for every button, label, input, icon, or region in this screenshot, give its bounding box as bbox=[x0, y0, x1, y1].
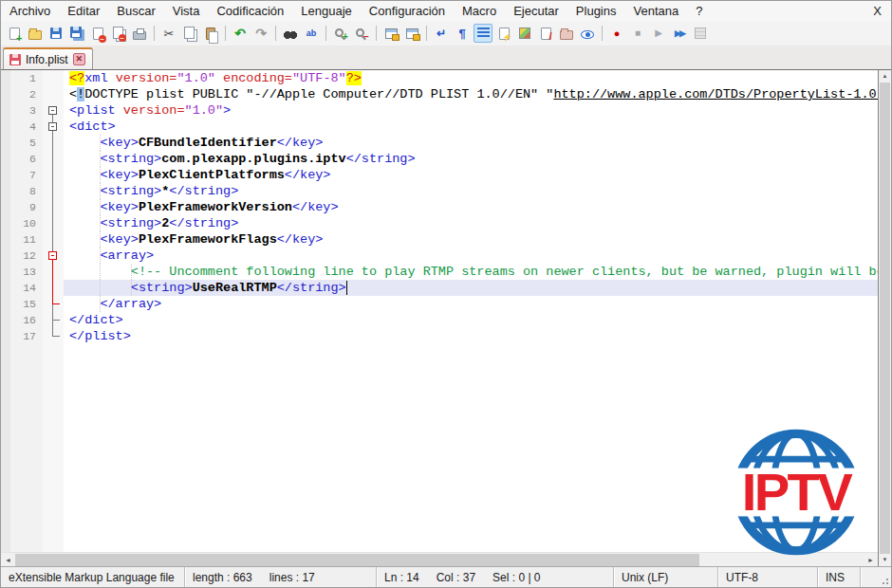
monitoring-button[interactable] bbox=[578, 24, 597, 43]
new-file-button[interactable] bbox=[5, 24, 24, 43]
horizontal-scroll-thumb[interactable] bbox=[15, 554, 699, 566]
print-button[interactable] bbox=[130, 24, 149, 43]
fold-margin-cell[interactable] bbox=[43, 102, 64, 119]
menu-item-macro[interactable]: Macro bbox=[454, 2, 505, 20]
code-line-8[interactable]: <string>*</string> bbox=[64, 183, 878, 199]
zoom-in-button[interactable] bbox=[331, 24, 350, 43]
code-line-15[interactable]: </array> bbox=[64, 296, 878, 312]
word-wrap-button[interactable]: ↵ bbox=[432, 24, 451, 43]
fold-collapse-icon-active[interactable] bbox=[48, 251, 57, 260]
document-list-button[interactable] bbox=[536, 24, 555, 43]
code-line-6[interactable]: <string>com.plexapp.plugins.iptv</string… bbox=[64, 151, 878, 167]
code-line-5[interactable]: <key>CFBundleIdentifier</key> bbox=[64, 135, 878, 151]
indent-guide bbox=[100, 167, 101, 183]
code-line-7[interactable]: <key>PlexClientPlatforms</key> bbox=[64, 167, 878, 183]
macro-record-button[interactable]: ● bbox=[607, 24, 626, 43]
menu-item-plugins[interactable]: Plugins bbox=[567, 2, 625, 20]
menu-bar: ArchivoEditarBuscarVistaCodificaciónLeng… bbox=[1, 1, 891, 21]
sync-vertical-button[interactable] bbox=[381, 24, 400, 43]
menu-item-?[interactable]: ? bbox=[687, 2, 711, 20]
code-line-13[interactable]: <!-- Uncomment following line to play RT… bbox=[64, 264, 878, 280]
line-indicator: Ln : 14 bbox=[384, 571, 419, 584]
resize-grip[interactable] bbox=[860, 567, 891, 587]
bookmark-margin-cell bbox=[1, 264, 10, 280]
sync-horizontal-button[interactable] bbox=[402, 24, 421, 43]
fold-margin-cell bbox=[43, 135, 64, 151]
open-file-button[interactable] bbox=[26, 24, 45, 43]
fold-margin-cell[interactable] bbox=[43, 119, 64, 135]
bookmark-margin-cell bbox=[1, 151, 10, 167]
fold-margin-cell bbox=[43, 264, 64, 280]
line-number-11: 11 bbox=[10, 231, 43, 248]
bookmark-margin-cell bbox=[1, 119, 10, 135]
paste-icon bbox=[206, 28, 215, 40]
menu-item-buscar[interactable]: Buscar bbox=[108, 2, 163, 20]
tab-info-plist[interactable]: Info.plist ✕ bbox=[3, 47, 93, 69]
code-line-9[interactable]: <key>PlexFrameworkVersion</key> bbox=[64, 199, 878, 215]
macro-play-button[interactable]: ▶ bbox=[649, 24, 668, 43]
close-button[interactable] bbox=[88, 24, 107, 43]
editor-row-5: 5 <key>CFBundleIdentifier</key> bbox=[1, 135, 878, 151]
cut-button[interactable]: ✂ bbox=[159, 24, 178, 43]
code-line-3[interactable]: <plist version="1.0"> bbox=[64, 102, 878, 119]
scroll-up-icon[interactable]: ▲ bbox=[879, 70, 891, 83]
editor-row-15: 15 </array> bbox=[1, 296, 878, 312]
vertical-scroll-thumb[interactable] bbox=[880, 83, 890, 554]
show-all-characters-button[interactable]: ¶ bbox=[453, 24, 472, 43]
replace-button[interactable]: ab bbox=[302, 24, 321, 43]
fold-margin-cell bbox=[43, 167, 64, 183]
save-all-button[interactable] bbox=[67, 24, 86, 43]
code-line-4[interactable]: <dict> bbox=[64, 119, 878, 135]
eol-label: Unix (LF) bbox=[622, 571, 668, 584]
zoom-out-button[interactable] bbox=[352, 24, 371, 43]
fold-margin-cell[interactable] bbox=[43, 248, 64, 264]
code-line-11[interactable]: <key>PlexFrameworkFlags</key> bbox=[64, 231, 878, 248]
function-list-button[interactable] bbox=[494, 24, 513, 43]
window-close-button[interactable]: X bbox=[864, 3, 891, 19]
paste-button[interactable] bbox=[201, 24, 220, 43]
save-button[interactable] bbox=[46, 24, 65, 43]
macro-run-multiple-button[interactable]: ▶▶ bbox=[670, 24, 689, 43]
menu-item-editar[interactable]: Editar bbox=[59, 2, 108, 20]
close-all-button[interactable] bbox=[109, 24, 128, 43]
code-line-16[interactable]: </dict> bbox=[64, 312, 878, 328]
code-line-12[interactable]: <array> bbox=[64, 248, 878, 264]
code-line-2[interactable]: <!DOCTYPE plist PUBLIC "-//Apple Compute… bbox=[64, 86, 878, 102]
macro-stop-button[interactable]: ■ bbox=[628, 24, 647, 43]
toolbar-separator bbox=[325, 26, 326, 41]
status-eol-format: Unix (LF) bbox=[613, 567, 717, 587]
code-line-1[interactable]: <?xml version="1.0" encoding="UTF-8"?> bbox=[64, 70, 878, 86]
show-indent-guide-button[interactable] bbox=[474, 24, 492, 43]
macro-save-button[interactable] bbox=[691, 24, 710, 43]
close-all-icon bbox=[113, 27, 123, 39]
vertical-scrollbar[interactable]: ▲ ▼ bbox=[879, 70, 891, 566]
menu-item-archivo[interactable]: Archivo bbox=[1, 2, 59, 20]
redo-button[interactable]: ↷ bbox=[251, 24, 270, 43]
find-button[interactable] bbox=[281, 24, 300, 43]
scroll-down-icon[interactable]: ▼ bbox=[879, 554, 891, 566]
fold-collapse-icon[interactable] bbox=[48, 122, 57, 131]
fold-collapse-icon[interactable] bbox=[48, 106, 57, 115]
menu-item-ventana[interactable]: Ventana bbox=[624, 2, 687, 20]
copy-button[interactable] bbox=[180, 24, 199, 43]
menu-item-configuracin[interactable]: Configuración bbox=[361, 2, 454, 20]
status-insert-mode: INS bbox=[817, 567, 860, 587]
menu-item-vista[interactable]: Vista bbox=[164, 2, 209, 20]
code-line-17[interactable]: </plist> bbox=[64, 328, 878, 344]
macro-record-icon: ● bbox=[614, 28, 621, 39]
code-line-14[interactable]: <string>UseRealRTMP</string> bbox=[64, 280, 878, 296]
bookmark-margin-cell bbox=[1, 231, 10, 248]
fold-margin-cell bbox=[43, 296, 64, 312]
document-map-button[interactable] bbox=[515, 24, 534, 43]
code-line-10[interactable]: <string>2</string> bbox=[64, 215, 878, 231]
undo-button[interactable]: ↶ bbox=[231, 24, 250, 43]
menu-item-ejecutar[interactable]: Ejecutar bbox=[505, 2, 567, 20]
indent-guide bbox=[100, 264, 101, 280]
menu-item-codificacin[interactable]: Codificación bbox=[208, 2, 292, 20]
scroll-left-icon[interactable]: ◄ bbox=[1, 553, 15, 566]
editor-row-16: 16</dict> bbox=[1, 312, 878, 328]
tab-bar: Info.plist ✕ bbox=[1, 46, 891, 69]
folder-as-workspace-button[interactable] bbox=[557, 24, 576, 43]
menu-item-lenguaje[interactable]: Lenguaje bbox=[292, 2, 361, 20]
tab-close-icon[interactable]: ✕ bbox=[73, 53, 85, 65]
